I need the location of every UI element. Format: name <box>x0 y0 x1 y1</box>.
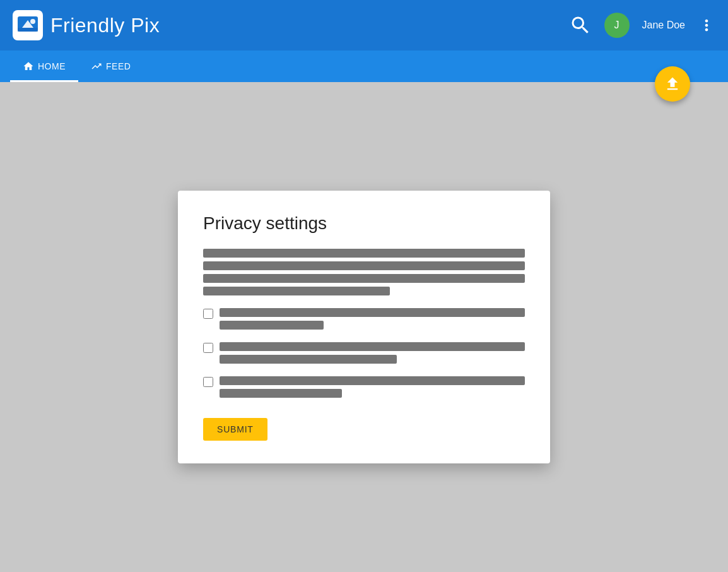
tab-home[interactable]: HOME <box>10 51 78 82</box>
checkbox-row-3 <box>203 376 525 398</box>
checkbox-row-1 <box>203 308 525 330</box>
desc-line-1 <box>203 249 525 258</box>
dialog-title: Privacy settings <box>203 213 525 234</box>
checkbox-group-1 <box>203 308 525 330</box>
submit-button[interactable]: SUBMIT <box>203 418 267 441</box>
cb1-line2 <box>220 321 324 330</box>
main-content: Privacy settings <box>0 82 728 572</box>
tab-home-label: HOME <box>38 61 66 71</box>
cb2-line1 <box>220 342 525 351</box>
app-title: Friendly Pix <box>50 14 160 37</box>
desc-line-2 <box>203 261 525 270</box>
upload-fab[interactable] <box>655 66 690 102</box>
cb1-line1 <box>220 308 525 317</box>
more-options-button[interactable] <box>698 16 715 34</box>
tab-feed-label: FEED <box>106 61 131 71</box>
checkbox-2-text <box>220 342 525 364</box>
search-button[interactable] <box>569 14 592 37</box>
avatar[interactable]: J <box>604 13 630 38</box>
sec-nav-wrapper: HOME FEED <box>0 51 728 82</box>
app-logo-icon <box>13 10 43 40</box>
top-nav: Friendly Pix J Jane Doe <box>0 0 728 51</box>
dialog-description <box>203 249 525 295</box>
checkbox-row-2 <box>203 342 525 364</box>
cb2-line2 <box>220 355 397 364</box>
svg-rect-3 <box>18 28 38 32</box>
privacy-settings-dialog: Privacy settings <box>178 191 550 463</box>
desc-line-4 <box>203 287 390 295</box>
checkbox-3[interactable] <box>203 377 213 387</box>
user-name-label: Jane Doe <box>642 20 686 31</box>
svg-point-2 <box>30 19 35 24</box>
desc-line-3 <box>203 274 525 283</box>
checkbox-1-text <box>220 308 525 330</box>
cb3-line2 <box>220 389 342 398</box>
cb3-line1 <box>220 376 525 385</box>
tab-feed[interactable]: FEED <box>78 51 143 82</box>
checkbox-group-3 <box>203 376 525 398</box>
checkbox-group-2 <box>203 342 525 364</box>
checkbox-2[interactable] <box>203 343 213 353</box>
checkbox-1[interactable] <box>203 309 213 319</box>
checkbox-3-text <box>220 376 525 398</box>
nav-right: J Jane Doe <box>569 13 716 38</box>
sec-nav: HOME FEED <box>0 51 728 82</box>
logo-area: Friendly Pix <box>13 10 160 40</box>
